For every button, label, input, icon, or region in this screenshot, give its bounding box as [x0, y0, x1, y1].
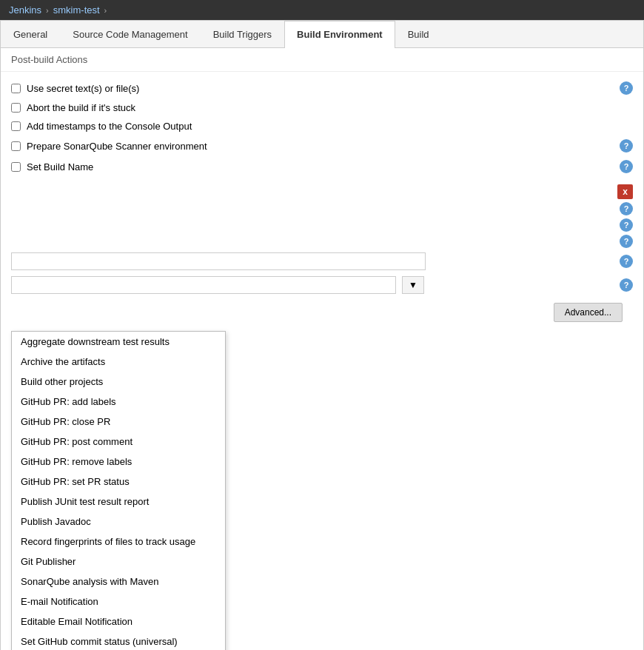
- checkbox-sonarqube[interactable]: [11, 141, 21, 151]
- breadcrumb-project[interactable]: smkim-test: [53, 4, 100, 16]
- checkbox-use-secret[interactable]: [11, 84, 21, 93]
- tab-build-triggers[interactable]: Build Triggers: [201, 21, 284, 47]
- menu-item-git-publisher[interactable]: Git Publisher: [12, 552, 225, 572]
- label-use-secret: Use secret text(s) or file(s): [27, 83, 139, 94]
- menu-item-aggregate-tests[interactable]: Aggregate downstream test results: [12, 332, 225, 352]
- menu-item-github-add-labels[interactable]: GitHub PR: add labels: [12, 392, 225, 412]
- tab-scm[interactable]: Source Code Management: [60, 21, 200, 47]
- help-use-secret[interactable]: ?: [620, 81, 633, 95]
- build-env-options: Use secret text(s) or file(s) ? Abort th…: [1, 72, 643, 183]
- breadcrumb-sep2: ›: [104, 6, 107, 15]
- label-sonarqube: Prepare SonarQube Scanner environment: [27, 141, 207, 152]
- menu-item-archive-artifacts[interactable]: Archive the artifacts: [12, 352, 225, 372]
- main-content: General Source Code Management Build Tri…: [0, 20, 644, 650]
- checkbox-add-timestamps[interactable]: [11, 121, 21, 131]
- x-button[interactable]: x: [617, 184, 633, 199]
- checkbox-set-build-name[interactable]: [11, 162, 21, 172]
- menu-item-set-github-commit[interactable]: Set GitHub commit status (universal): [12, 631, 225, 650]
- help-set-build-name[interactable]: ?: [620, 160, 633, 173]
- option-abort-stuck: Abort the build if it's stuck: [11, 98, 633, 117]
- option-use-secret: Use secret text(s) or file(s) ?: [11, 78, 633, 98]
- help-icon-1[interactable]: ?: [620, 202, 633, 215]
- dropdown-input[interactable]: [11, 276, 396, 294]
- text-input-field[interactable]: [11, 252, 426, 270]
- checkbox-abort-stuck[interactable]: [11, 103, 21, 113]
- tab-bar: General Source Code Management Build Tri…: [1, 21, 643, 48]
- option-add-timestamps: Add timestamps to the Console Output: [11, 117, 633, 135]
- menu-item-github-post-comment[interactable]: GitHub PR: post comment: [12, 432, 225, 452]
- menu-item-github-remove-labels[interactable]: GitHub PR: remove labels: [12, 452, 225, 472]
- dropdown-row: ▼ ?: [1, 273, 643, 297]
- menu-item-publish-javadoc[interactable]: Publish Javadoc: [12, 512, 225, 532]
- menu-item-github-close-pr[interactable]: GitHub PR: close PR: [12, 412, 225, 432]
- advanced-button[interactable]: Advanced...: [554, 303, 623, 322]
- label-add-timestamps: Add timestamps to the Console Output: [27, 121, 192, 132]
- tab-build-environment[interactable]: Build Environment: [284, 21, 395, 48]
- option-set-build-name: Set Build Name ?: [11, 156, 633, 177]
- breadcrumb-jenkins[interactable]: Jenkins: [9, 4, 41, 16]
- dropdown-arrow-btn[interactable]: ▼: [402, 276, 424, 294]
- menu-item-sonarqube-maven[interactable]: SonarQube analysis with Maven: [12, 572, 225, 592]
- help-icon-dropdown[interactable]: ?: [620, 278, 633, 292]
- dropdown-menu: Aggregate downstream test results Archiv…: [11, 331, 226, 650]
- help-icon-2[interactable]: ?: [620, 218, 633, 232]
- menu-item-publish-junit[interactable]: Publish JUnit test result report: [12, 492, 225, 512]
- menu-item-build-other[interactable]: Build other projects: [12, 372, 225, 392]
- menu-item-editable-email[interactable]: Editable Email Notification: [12, 612, 225, 631]
- tab-general[interactable]: General: [1, 21, 60, 47]
- breadcrumb-sep1: ›: [46, 6, 49, 15]
- menu-item-email-notification[interactable]: E-mail Notification: [12, 592, 225, 612]
- label-set-build-name: Set Build Name: [27, 161, 93, 172]
- help-sonarqube[interactable]: ?: [620, 139, 633, 153]
- label-abort-stuck: Abort the build if it's stuck: [27, 102, 135, 113]
- breadcrumb-bar: Jenkins › smkim-test ›: [0, 0, 644, 20]
- menu-item-record-fingerprints[interactable]: Record fingerprints of files to track us…: [12, 532, 225, 552]
- help-icon-text[interactable]: ?: [620, 255, 633, 268]
- menu-item-github-set-status[interactable]: GitHub PR: set PR status: [12, 472, 225, 492]
- tab-build[interactable]: Build: [395, 21, 442, 47]
- dropdown-menu-container: Aggregate downstream test results Archiv…: [11, 331, 633, 650]
- option-sonarqube: Prepare SonarQube Scanner environment ?: [11, 135, 633, 156]
- help-icon-3[interactable]: ?: [620, 235, 633, 248]
- post-build-label: Post-build Actions: [1, 48, 643, 72]
- text-input-row: ?: [1, 249, 643, 273]
- x-button-area: x: [1, 183, 643, 201]
